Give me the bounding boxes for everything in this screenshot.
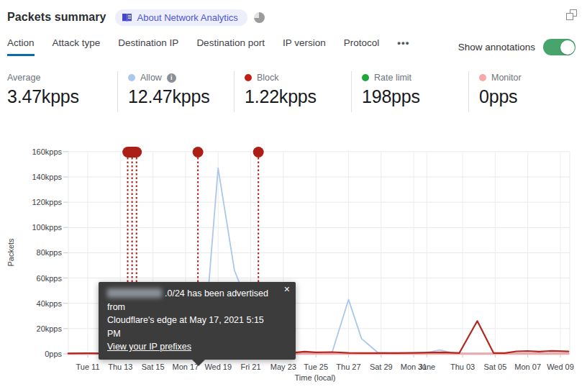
tooltip-pointer (192, 360, 205, 366)
stat-label: Allow (140, 73, 162, 83)
tab-ip-version[interactable]: IP version (283, 37, 326, 56)
x-tick-label: Mon 07 (514, 363, 541, 371)
restore-window-icon[interactable] (566, 9, 577, 20)
divider (351, 71, 352, 112)
page-title: Packets summary (7, 11, 106, 24)
stat-value: 1.22kpps (245, 86, 317, 107)
restore-front-square (566, 13, 573, 20)
show-annotations-control: Show annotations (458, 39, 575, 55)
divider (234, 71, 235, 112)
panel-header: Packets summary About Network Analytics (7, 7, 580, 27)
y-tick-label: 0pps (45, 350, 62, 358)
stat-allow: Allow i 12.47kpps (128, 73, 210, 107)
divider (468, 71, 469, 112)
stat-label: Block (257, 73, 279, 83)
dimension-tabs: Action Attack type Destination IP Destin… (7, 37, 409, 56)
x-tick-label: Thu 13 (108, 363, 132, 371)
more-tabs-button[interactable]: ••• (397, 37, 409, 56)
network-analytics-panel: Packets summary About Network Analytics … (0, 0, 587, 392)
y-tick-label: 100kpps (32, 223, 62, 232)
y-axis-title: Packets (6, 238, 15, 267)
tab-protocol[interactable]: Protocol (344, 37, 380, 56)
x-tick-label: Sat 29 (370, 363, 393, 371)
badge-label: About Network Analytics (137, 12, 238, 23)
x-tick-label: June (418, 363, 435, 371)
tab-attack-type[interactable]: Attack type (53, 37, 101, 56)
x-tick-label: Tue 11 (76, 363, 99, 371)
y-tick-label: 160kpps (32, 147, 62, 156)
stat-label: Rate limit (374, 73, 411, 83)
pie-timer-icon[interactable] (254, 12, 265, 23)
rate-limit-dot (362, 74, 369, 81)
y-tick-label: 80kpps (37, 248, 63, 257)
annotation-tooltip: × .0/24 has been advertised from Cloudfl… (99, 282, 296, 360)
about-network-analytics-badge[interactable]: About Network Analytics (115, 9, 247, 26)
stat-rate-limit: Rate limit 198pps (362, 73, 420, 107)
y-tick-label: 60kpps (37, 274, 63, 283)
annotation-marker-dot[interactable] (253, 147, 264, 158)
y-tick-label: 40kpps (37, 299, 63, 308)
toggle-knob (560, 40, 575, 55)
summary-stats: Average 3.47kpps Allow i 12.47kpps Block… (0, 73, 587, 116)
show-annotations-toggle[interactable] (543, 39, 575, 55)
block-dot (245, 74, 252, 81)
stat-label: Monitor (491, 73, 522, 83)
x-tick-label: Wed 09 (547, 363, 574, 371)
stat-value: 198pps (362, 86, 420, 107)
stat-monitor: Monitor 0pps (479, 73, 522, 107)
x-tick-label: May 23 (270, 363, 296, 371)
x-tick-label: Sat 05 (483, 363, 506, 371)
annotation-marker-dot[interactable] (193, 147, 204, 158)
y-tick-label: 20kpps (37, 324, 63, 333)
x-tick-label: Tue 25 (304, 363, 328, 371)
stat-label: Average (7, 73, 40, 83)
tooltip-line1: .0/24 has been advertised from (107, 287, 277, 314)
stat-average: Average 3.47kpps (7, 73, 79, 107)
x-tick-label: Wed 19 (204, 363, 232, 371)
tab-destination-port[interactable]: Destination port (196, 37, 265, 56)
tab-action[interactable]: Action (7, 37, 35, 56)
view-ip-prefixes-link[interactable]: View your IP prefixes (107, 342, 191, 352)
stat-value: 3.47kpps (7, 86, 79, 107)
annotation-marker-pill[interactable] (122, 147, 142, 158)
x-axis-title: Time (local) (294, 373, 335, 382)
show-annotations-label: Show annotations (458, 42, 535, 53)
x-tick-label: Thu 27 (336, 363, 360, 371)
y-tick-label: 120kpps (32, 198, 62, 206)
stat-value: 12.47kpps (128, 86, 210, 107)
allow-dot (128, 74, 135, 81)
stat-block: Block 1.22kpps (245, 73, 317, 107)
monitor-dot (479, 74, 486, 81)
y-tick-label: 140kpps (32, 173, 62, 181)
book-icon (122, 13, 132, 22)
divider (117, 71, 118, 112)
stat-value: 0pps (479, 86, 522, 107)
close-icon[interactable]: × (284, 283, 290, 295)
tab-destination-ip[interactable]: Destination IP (118, 37, 178, 56)
info-icon[interactable]: i (167, 73, 176, 83)
redacted-ip-prefix (107, 288, 162, 298)
tooltip-line2: Cloudflare's edge at May 17, 2021 5:15 P… (107, 314, 277, 340)
x-tick-label: Thu 03 (450, 363, 475, 371)
x-tick-label: Sat 15 (142, 363, 165, 371)
x-tick-label: Fri 21 (240, 363, 260, 371)
